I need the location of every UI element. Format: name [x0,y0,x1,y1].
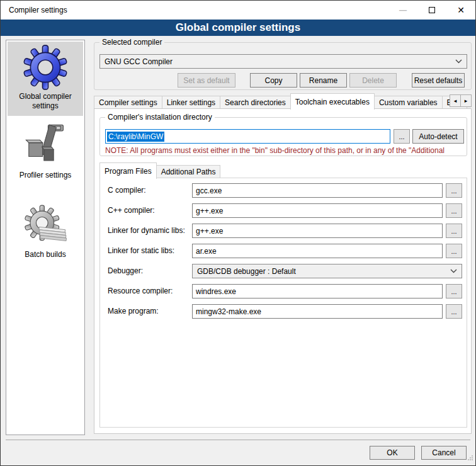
compiler-select-value: GNU GCC Compiler [105,57,173,66]
chevron-down-icon [450,269,457,273]
install-dir-note: NOTE: All programs must exist either in … [105,146,466,155]
selected-compiler-group-label: Selected compiler [99,38,164,47]
static-linker-browse-button[interactable]: ... [446,244,462,258]
tab-additional-paths[interactable]: Additional Paths [156,165,221,178]
set-as-default-button[interactable]: Set as default [178,73,235,88]
compiler-select[interactable]: GNU GCC Compiler [99,54,467,69]
chevron-down-icon [455,59,462,64]
install-dir-group: Compiler's installation directory C:\ray… [99,117,467,156]
cpp-compiler-row: C++ compiler: ... [100,203,467,218]
tab-program-files[interactable]: Program Files [99,162,157,179]
auto-detect-button[interactable]: Auto-detect [412,129,464,144]
sidebar-item-profiler-settings[interactable]: Profiler settings [8,117,83,186]
dynamic-linker-row: Linker for dynamic libs: ... [100,224,467,238]
cpp-compiler-browse-button[interactable]: ... [446,203,462,218]
sidebar-item-label: Global compiler settings [9,91,82,113]
ok-button[interactable]: OK [370,446,415,460]
make-program-label: Make program: [108,307,159,315]
sidebar-item-batch-builds[interactable]: Batch builds [8,199,83,264]
make-program-browse-button[interactable]: ... [446,304,462,319]
debugger-label: Debugger: [108,266,143,275]
dynamic-linker-input[interactable] [192,224,443,238]
titlebar: Compiler settings — ✕ [1,1,475,20]
install-dir-browse-button[interactable]: ... [394,129,410,144]
dynamic-linker-browse-button[interactable]: ... [446,224,462,238]
cpp-compiler-label: C++ compiler: [108,206,155,215]
sidebar-spacer [6,188,84,198]
sidebar-item-label: Profiler settings [20,169,72,183]
install-dir-group-label: Compiler's installation directory [105,113,215,122]
blue-gear-icon [22,44,69,91]
tab-linker-settings[interactable]: Linker settings [162,96,220,109]
copy-button[interactable]: Copy [250,73,297,88]
tab-search-directories[interactable]: Search directories [220,96,291,109]
caption-buttons: — ✕ [388,1,475,20]
reset-defaults-button[interactable]: Reset defaults [412,73,465,88]
toolchain-executables-page: Compiler's installation directory C:\ray… [94,108,472,434]
resource-compiler-browse-button[interactable]: ... [446,284,462,298]
tab-custom-variables[interactable]: Custom variables [374,96,443,109]
cancel-button[interactable]: Cancel [421,446,467,460]
sidebar: Global compiler settings Profiler sett [6,40,85,435]
maximize-icon[interactable] [417,1,446,20]
make-program-row: Make program: ... [100,304,467,319]
dynamic-linker-label: Linker for dynamic libs: [108,226,185,235]
install-dir-selected-text: C:\raylib\MinGW [107,132,164,142]
static-linker-label: Linker for static libs: [108,246,174,255]
c-compiler-label: C compiler: [108,186,146,195]
c-compiler-browse-button[interactable]: ... [446,183,462,198]
c-compiler-input[interactable] [192,183,443,198]
window-title: Compiler settings [1,6,67,14]
make-program-input[interactable] [192,304,443,319]
tab-scroll-right-icon[interactable]: ▸ [460,94,472,107]
resize-grip[interactable] [467,452,473,463]
c-compiler-row: C compiler: ... [100,183,467,198]
main-tabstrip: Compiler settings Linker settings Search… [94,93,472,109]
resource-compiler-label: Resource compiler: [108,287,173,295]
page-title: Global compiler settings [1,20,475,36]
sidebar-item-label: Batch builds [25,249,65,262]
resource-compiler-row: Resource compiler: ... [100,284,467,298]
rename-button[interactable]: Rename [300,73,347,88]
install-dir-input[interactable]: C:\raylib\MinGW [105,129,390,144]
static-linker-row: Linker for static libs: ... [100,244,467,258]
debugger-row: Debugger: GDB/CDB debugger : Default [100,264,467,278]
delete-button[interactable]: Delete [349,73,397,88]
footer-divider [6,440,470,440]
minimize-icon[interactable]: — [388,1,417,20]
sidebar-item-global-compiler-settings[interactable]: Global compiler settings [8,42,83,116]
tab-scroll-arrows: ◂ ▸ [450,94,472,107]
resource-compiler-input[interactable] [192,284,443,298]
debugger-select-value: GDB/CDB debugger : Default [197,267,296,276]
static-linker-input[interactable] [192,244,443,258]
tab-scroll-left-icon[interactable]: ◂ [450,94,461,107]
debugger-select[interactable]: GDB/CDB debugger : Default [192,264,462,278]
selected-compiler-group: Selected compiler GNU GCC Compiler Set a… [94,42,472,90]
tab-toolchain-executables[interactable]: Toolchain executables [290,93,375,110]
program-files-page: C compiler: ... C++ compiler: ... Linker… [99,178,467,428]
tab-compiler-settings[interactable]: Compiler settings [94,96,162,109]
cpp-compiler-input[interactable] [192,203,443,218]
inner-tabstrip: Program Files Additional Paths [99,162,467,178]
close-icon[interactable]: ✕ [446,1,475,20]
caliper-icon [22,122,69,169]
compiler-settings-dialog: Compiler settings — ✕ Global compiler se… [0,0,476,466]
gray-gear-stack-icon [22,202,69,249]
